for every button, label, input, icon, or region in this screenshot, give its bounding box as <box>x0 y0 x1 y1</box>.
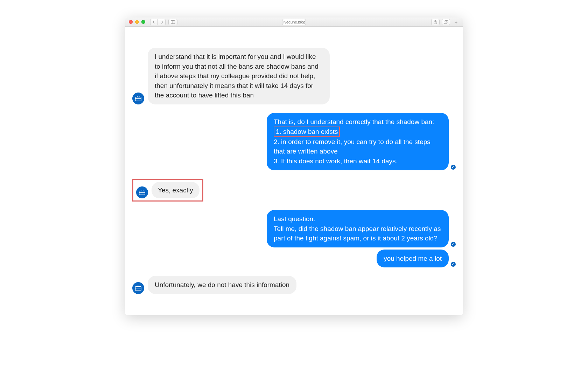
maximize-window-button[interactable] <box>141 20 145 24</box>
chat-thread: I understand that it is important for yo… <box>132 48 456 294</box>
incoming-bubble: I understand that it is important for yo… <box>148 48 330 104</box>
message-row-outgoing: Last question. Tell me, did the shadow b… <box>132 210 456 267</box>
back-button[interactable] <box>150 19 158 25</box>
reload-icon[interactable]: ⟳ <box>300 20 303 24</box>
text-line: 2. in order to remove it, you can try to… <box>274 138 430 155</box>
toolbar-right: + <box>431 19 459 25</box>
svg-rect-3 <box>444 21 447 23</box>
incoming-bubble: Unfortunately, we do not have this infor… <box>148 276 296 294</box>
highlighted-text: 1. shadow ban exists <box>274 127 340 137</box>
address-bar[interactable]: livedune.blog ⟳ <box>282 19 306 25</box>
incoming-bubble: Yes, exactly <box>152 182 200 199</box>
support-avatar <box>136 186 148 198</box>
outgoing-bubble: you helped me a lot <box>377 250 449 268</box>
support-avatar <box>132 93 144 104</box>
svg-rect-0 <box>171 20 175 23</box>
text-line: That is, do I understand correctly that … <box>274 118 434 125</box>
message-row-incoming: I understand that it is important for yo… <box>132 48 456 104</box>
title-bar: livedune.blog ⟳ + <box>125 18 463 27</box>
close-window-button[interactable] <box>129 20 133 24</box>
nav-buttons <box>150 19 166 25</box>
delivered-check-icon <box>451 262 456 267</box>
highlighted-message-row: Yes, exactly <box>132 179 203 202</box>
tabs-button[interactable] <box>442 19 450 25</box>
briefcase-icon <box>139 190 145 195</box>
delivered-check-icon <box>451 242 456 247</box>
briefcase-icon <box>135 96 141 101</box>
forward-button[interactable] <box>158 19 166 25</box>
svg-rect-4 <box>445 20 448 23</box>
message-row-outgoing: That is, do I understand correctly that … <box>132 113 456 170</box>
new-tab-button[interactable]: + <box>453 19 459 25</box>
traffic-lights <box>129 20 145 24</box>
chat-content: I understand that it is important for yo… <box>125 27 463 315</box>
message-row-incoming: Unfortunately, we do not have this infor… <box>132 276 456 294</box>
delivered-check-icon <box>451 165 456 170</box>
sidebar-toggle-button[interactable] <box>168 19 177 25</box>
outgoing-bubble: That is, do I understand correctly that … <box>267 113 449 170</box>
support-avatar <box>132 282 144 294</box>
outgoing-bubble: Last question. Tell me, did the shadow b… <box>267 210 449 247</box>
briefcase-icon <box>135 286 141 291</box>
browser-window: livedune.blog ⟳ + I understand that it i… <box>125 18 463 315</box>
text-line: 3. If this does not work, then wait 14 d… <box>274 157 398 165</box>
share-button[interactable] <box>431 19 440 25</box>
minimize-window-button[interactable] <box>135 20 139 24</box>
